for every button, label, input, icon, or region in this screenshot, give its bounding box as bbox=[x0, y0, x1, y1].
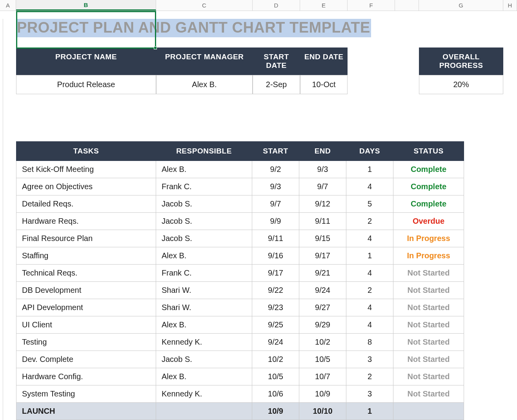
cell-status[interactable]: In Progress bbox=[393, 230, 464, 247]
cell-end[interactable]: 9/17 bbox=[299, 247, 346, 265]
cell-status[interactable]: Not Started bbox=[393, 265, 464, 282]
cell-start[interactable]: 9/25 bbox=[252, 316, 299, 334]
cell-days[interactable]: 2 bbox=[346, 282, 393, 299]
column-header-D[interactable]: D bbox=[253, 0, 300, 11]
cell-end[interactable]: 9/15 bbox=[299, 230, 346, 247]
cell-responsible[interactable]: Jacob S. bbox=[156, 230, 252, 247]
cell-responsible[interactable]: Alex B. bbox=[156, 247, 252, 265]
cell-days[interactable]: 4 bbox=[346, 230, 393, 247]
cell-days[interactable]: 3 bbox=[346, 385, 393, 403]
header-end-date[interactable]: END DATE bbox=[300, 47, 348, 75]
cell-status[interactable]: Not Started bbox=[393, 299, 464, 316]
cell-status[interactable]: Not Started bbox=[393, 385, 464, 403]
column-header-G[interactable]: G bbox=[419, 0, 503, 11]
cell-task[interactable]: Agree on Objectives bbox=[16, 178, 156, 195]
cell-start[interactable]: 9/24 bbox=[252, 334, 299, 351]
cell-task[interactable]: Technical Reqs. bbox=[16, 265, 156, 282]
cell-status[interactable]: Not Started bbox=[393, 351, 464, 368]
cell-task[interactable]: Testing bbox=[16, 334, 156, 351]
cell-end[interactable]: 10/7 bbox=[299, 368, 346, 385]
cell-days[interactable]: 4 bbox=[346, 265, 393, 282]
cell-responsible[interactable]: Frank C. bbox=[156, 178, 252, 195]
cell-start[interactable]: 9/7 bbox=[252, 195, 299, 213]
cell-task[interactable]: Set Kick-Off Meeting bbox=[16, 161, 156, 178]
header-start-date[interactable]: START DATE bbox=[253, 47, 300, 75]
cell-start[interactable]: 9/3 bbox=[252, 178, 299, 195]
cell-responsible[interactable]: Shari W. bbox=[156, 282, 252, 299]
cell-days[interactable]: 1 bbox=[346, 247, 393, 265]
header-days[interactable]: DAYS bbox=[346, 142, 393, 161]
cell-start[interactable]: 9/23 bbox=[252, 299, 299, 316]
header-responsible[interactable]: RESPONSIBLE bbox=[156, 142, 252, 161]
cell-responsible[interactable]: Alex B. bbox=[156, 368, 252, 385]
cell-status[interactable]: Not Started bbox=[393, 316, 464, 334]
cell-task[interactable]: Final Resource Plan bbox=[16, 230, 156, 247]
cell-start[interactable]: 9/16 bbox=[252, 247, 299, 265]
cell-status[interactable]: Complete bbox=[393, 178, 464, 195]
cell-days[interactable]: 8 bbox=[346, 334, 393, 351]
cell-overall-progress[interactable]: 20% bbox=[419, 75, 503, 94]
cell-days[interactable]: 2 bbox=[346, 368, 393, 385]
cell-start[interactable]: 10/2 bbox=[252, 351, 299, 368]
cell-project-name[interactable]: Product Release bbox=[16, 75, 156, 94]
cell-days[interactable]: 2 bbox=[346, 213, 393, 230]
column-header-B[interactable]: B bbox=[16, 0, 156, 11]
cell-start[interactable]: 9/22 bbox=[252, 282, 299, 299]
header-overall-progress[interactable]: OVERALL PROGRESS bbox=[419, 47, 503, 75]
cell-responsible[interactable]: Kennedy K. bbox=[156, 385, 252, 403]
cell-task[interactable]: Hardware Reqs. bbox=[16, 213, 156, 230]
cell-status[interactable]: Complete bbox=[393, 161, 464, 178]
cell-task[interactable]: UI Client bbox=[16, 316, 156, 334]
cell-start[interactable]: 9/2 bbox=[252, 161, 299, 178]
cell-status[interactable]: Not Started bbox=[393, 368, 464, 385]
cell-task[interactable]: DB Development bbox=[16, 282, 156, 299]
cell-responsible[interactable]: Jacob S. bbox=[156, 213, 252, 230]
cell-end[interactable]: 10/2 bbox=[299, 334, 346, 351]
cell-end[interactable]: 9/27 bbox=[299, 299, 346, 316]
cell-task[interactable]: LAUNCH bbox=[16, 403, 156, 420]
column-header-C[interactable]: C bbox=[156, 0, 253, 11]
cell-end[interactable]: 9/29 bbox=[299, 316, 346, 334]
cell-days[interactable]: 1 bbox=[346, 161, 393, 178]
cell-start[interactable]: 10/9 bbox=[252, 403, 299, 420]
column-header-H[interactable]: H bbox=[503, 0, 517, 11]
column-header-E[interactable]: E bbox=[300, 0, 348, 11]
cell-days[interactable]: 4 bbox=[346, 178, 393, 195]
cell-responsible[interactable]: Alex B. bbox=[156, 161, 252, 178]
cell-start-date[interactable]: 2-Sep bbox=[253, 75, 300, 94]
cell-task[interactable]: Hardware Config. bbox=[16, 368, 156, 385]
header-start[interactable]: START bbox=[252, 142, 299, 161]
header-end[interactable]: END bbox=[299, 142, 346, 161]
cell-task[interactable]: API Development bbox=[16, 299, 156, 316]
cell-end[interactable]: 9/11 bbox=[299, 213, 346, 230]
cell-end[interactable]: 9/7 bbox=[299, 178, 346, 195]
cell-task[interactable]: System Testing bbox=[16, 385, 156, 403]
cell-start[interactable]: 10/5 bbox=[252, 368, 299, 385]
cell-start[interactable]: 9/11 bbox=[252, 230, 299, 247]
cell-start[interactable]: 9/17 bbox=[252, 265, 299, 282]
cell-task[interactable]: Detailed Reqs. bbox=[16, 195, 156, 213]
cell-responsible[interactable]: Frank C. bbox=[156, 265, 252, 282]
cell-end[interactable]: 9/24 bbox=[299, 282, 346, 299]
header-project-name[interactable]: PROJECT NAME bbox=[16, 47, 156, 75]
cell-days[interactable]: 4 bbox=[346, 299, 393, 316]
column-header-A[interactable]: A bbox=[0, 0, 16, 11]
cell-task[interactable]: Dev. Complete bbox=[16, 351, 156, 368]
cell-responsible[interactable]: Jacob S. bbox=[156, 195, 252, 213]
cell-end[interactable]: 10/10 bbox=[299, 403, 346, 420]
cell-responsible[interactable]: Jacob S. bbox=[156, 351, 252, 368]
cell-end[interactable]: 10/9 bbox=[299, 385, 346, 403]
header-status[interactable]: STATUS bbox=[393, 142, 464, 161]
cell-days[interactable]: 4 bbox=[346, 316, 393, 334]
cell-status[interactable]: Overdue bbox=[393, 213, 464, 230]
cell-days[interactable]: 3 bbox=[346, 351, 393, 368]
cell-end[interactable]: 9/3 bbox=[299, 161, 346, 178]
cell-end[interactable]: 9/12 bbox=[299, 195, 346, 213]
header-tasks[interactable]: TASKS bbox=[16, 142, 156, 161]
title-cell[interactable]: PROJECT PLAN AND GANTT CHART TEMPLATE bbox=[16, 19, 462, 37]
header-project-manager[interactable]: PROJECT MANAGER bbox=[156, 47, 253, 75]
cell-status[interactable]: Not Started bbox=[393, 334, 464, 351]
cell-days[interactable]: 5 bbox=[346, 195, 393, 213]
cell-status[interactable] bbox=[393, 403, 464, 420]
cell-task[interactable]: Staffing bbox=[16, 247, 156, 265]
